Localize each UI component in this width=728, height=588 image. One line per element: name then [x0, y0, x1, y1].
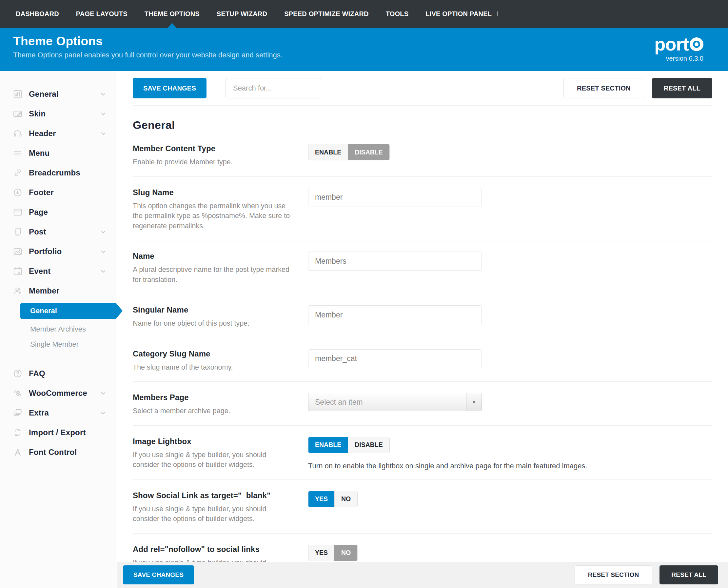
member-content-type-toggle: ENABLE DISABLE	[308, 144, 390, 160]
setting-row-members-page: Members Page Select a member archive pag…	[133, 382, 712, 426]
menu-lines-icon	[13, 148, 23, 159]
toggle-option-yes[interactable]: YES	[308, 545, 334, 561]
page-subtitle: Theme Options panel enables you full con…	[13, 51, 703, 59]
setting-info: Image Lightbox If you use single & type …	[133, 437, 308, 470]
setting-label: Slug Name	[133, 188, 293, 197]
nav-item-live-option-panel-label: LIVE OPTION PANEL	[425, 10, 492, 18]
setting-control	[308, 305, 712, 329]
setting-description: If you use single & type builder, you sh…	[133, 450, 293, 470]
sidebar-item-extra[interactable]: Extra	[0, 403, 116, 423]
porto-logo-letters: port	[654, 35, 689, 54]
sidebar-item-label: WooCommerce	[29, 388, 87, 398]
sidebar-item-font-control[interactable]: Font Control	[0, 442, 116, 462]
save-changes-button-bottom[interactable]: SAVE CHANGES	[123, 565, 194, 584]
singular-name-input[interactable]	[308, 305, 482, 324]
setting-control: ENABLE DISABLE Turn on to enable the lig…	[308, 437, 712, 470]
sidebar-item-import-export[interactable]: Import / Export	[0, 423, 116, 442]
sidebar-item-woocommerce[interactable]: WooCommerce	[0, 383, 116, 403]
toggle-option-enable[interactable]: ENABLE	[308, 144, 348, 160]
setting-label: Members Page	[133, 393, 293, 402]
sidebar-item-label: FAQ	[29, 369, 45, 378]
setting-info: Singular Name Name for one object of thi…	[133, 305, 308, 329]
sidebar-item-label: Post	[29, 227, 46, 236]
chevron-down-icon	[99, 90, 108, 98]
toggle-option-disable[interactable]: DISABLE	[348, 144, 390, 160]
reset-section-button-bottom[interactable]: RESET SECTION	[575, 565, 653, 584]
sidebar-item-header[interactable]: Header	[0, 124, 116, 143]
toggle-option-yes[interactable]: YES	[308, 491, 334, 507]
sidebar-item-portfolio[interactable]: Portfolio	[0, 242, 116, 261]
setting-label: Category Slug Name	[133, 349, 293, 358]
puzzle-icon	[13, 388, 23, 398]
page-title: Theme Options	[13, 28, 703, 48]
sidebar-subitem-member-general[interactable]: General	[20, 303, 116, 319]
setting-row-slug-name: Slug Name This option changes the permal…	[133, 177, 712, 241]
chevron-down-icon	[99, 267, 108, 275]
setting-info: Member Content Type Enable to provide Me…	[133, 144, 308, 167]
sidebar-item-label: Font Control	[29, 448, 77, 457]
toggle-option-enable[interactable]: ENABLE	[308, 437, 348, 453]
setting-control: YES NO	[308, 491, 712, 524]
setting-description: Select a member archive page.	[133, 406, 293, 416]
sidebar-item-menu[interactable]: Menu	[0, 143, 116, 163]
setting-info: Category Slug Name The slug name of the …	[133, 349, 308, 373]
reset-all-button-bottom[interactable]: RESET ALL	[660, 565, 718, 584]
setting-description: The slug name of the taxonomy.	[133, 362, 293, 373]
setting-info: Members Page Select a member archive pag…	[133, 393, 308, 416]
toggle-option-no[interactable]: NO	[334, 491, 357, 507]
setting-label: Image Lightbox	[133, 437, 293, 446]
nav-item-setup-wizard[interactable]: SETUP WIZARD	[217, 0, 267, 28]
setting-control: Select an item ▼	[308, 393, 712, 416]
search-input[interactable]	[225, 78, 321, 98]
sidebar-item-faq[interactable]: FAQ	[0, 364, 116, 383]
settings-panel: SAVE CHANGES RESET SECTION RESET ALL Gen…	[116, 71, 728, 562]
chevron-down-icon	[99, 109, 108, 118]
skin-pen-icon	[13, 108, 23, 119]
reset-all-button[interactable]: RESET ALL	[652, 78, 712, 98]
browser-icon	[13, 207, 23, 217]
chevron-down-icon	[99, 247, 108, 256]
reset-section-button[interactable]: RESET SECTION	[564, 78, 644, 98]
setting-control	[308, 349, 712, 373]
setting-info: Add rel="nofollow" to social links If yo…	[133, 545, 308, 562]
name-input[interactable]	[308, 252, 482, 271]
sidebar-item-label: Breadcrumbs	[29, 168, 80, 177]
dropdown-arrow-icon[interactable]: ▼	[466, 393, 482, 411]
sidebar-item-post[interactable]: Post	[0, 222, 116, 242]
nav-item-live-option-panel[interactable]: LIVE OPTION PANEL !	[425, 0, 499, 28]
sidebar-item-page[interactable]: Page	[0, 202, 116, 222]
toggle-option-disable[interactable]: DISABLE	[348, 437, 390, 453]
setting-caption: Turn on to enable the lightbox on single…	[308, 462, 712, 470]
sidebar-item-breadcrumbs[interactable]: Breadcrumbs	[0, 163, 116, 183]
nav-item-theme-options-label: THEME OPTIONS	[145, 10, 200, 18]
setting-control: ENABLE DISABLE	[308, 144, 712, 167]
nav-item-page-layouts[interactable]: PAGE LAYOUTS	[76, 0, 128, 28]
sidebar-item-event[interactable]: Event	[0, 261, 116, 281]
sidebar-item-label: Header	[29, 129, 56, 138]
setting-row-name: Name A plural descriptive name for the p…	[133, 240, 712, 294]
toggle-option-no[interactable]: NO	[334, 545, 357, 561]
arrow-down-circle-icon	[13, 187, 23, 198]
question-circle-icon	[13, 368, 23, 379]
headphones-icon	[13, 128, 23, 139]
setting-row-rel-nofollow: Add rel="nofollow" to social links If yo…	[133, 533, 712, 562]
members-page-select[interactable]: Select an item ▼	[308, 393, 482, 411]
sidebar-item-skin[interactable]: Skin	[0, 104, 116, 124]
sidebar-subitem-single-member[interactable]: Single Member	[0, 337, 116, 352]
save-changes-button[interactable]: SAVE CHANGES	[133, 78, 206, 98]
sidebar-item-footer[interactable]: Footer	[0, 183, 116, 202]
sidebar-item-general[interactable]: General	[0, 84, 116, 104]
top-toolbar: SAVE CHANGES RESET SECTION RESET ALL	[133, 71, 712, 106]
nav-item-speed-optimize-wizard[interactable]: SPEED OPTIMIZE WIZARD	[284, 0, 369, 28]
nav-item-tools[interactable]: TOOLS	[386, 0, 409, 28]
font-a-icon	[13, 447, 23, 458]
slug-name-input[interactable]	[308, 188, 482, 207]
sidebar-item-member[interactable]: Member	[0, 281, 116, 301]
pages-icon	[13, 227, 23, 237]
setting-info: Show Social Link as target="_blank" If y…	[133, 491, 308, 524]
nav-item-theme-options[interactable]: THEME OPTIONS	[145, 0, 200, 28]
sidebar-subitem-member-archives[interactable]: Member Archives	[0, 322, 116, 337]
setting-info: Slug Name This option changes the permal…	[133, 188, 308, 231]
category-slug-name-input[interactable]	[308, 349, 482, 368]
nav-item-dashboard[interactable]: DASHBOARD	[16, 0, 59, 28]
